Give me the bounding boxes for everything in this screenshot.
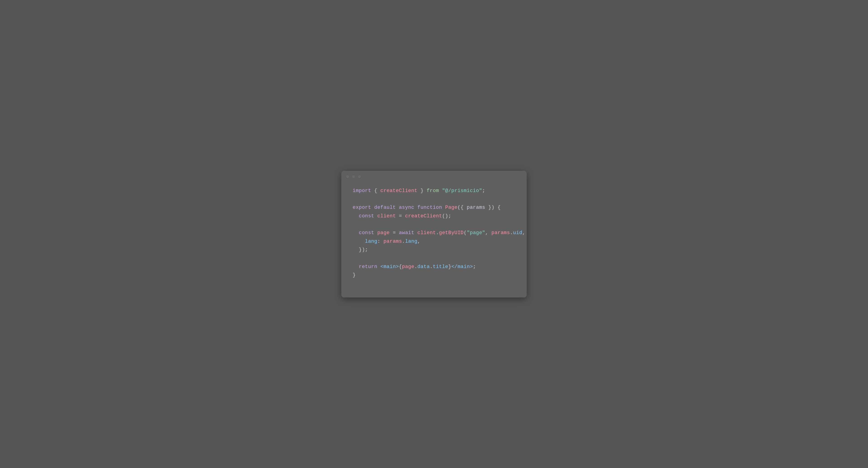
minimize-button[interactable] <box>352 175 355 178</box>
close-button[interactable] <box>346 175 349 178</box>
code-line-10: return <main>{page.data.title}</main>; <box>352 263 515 271</box>
code-line-11: } <box>352 271 515 280</box>
code-editor-window: import { createClient } from "@/prismici… <box>341 171 527 297</box>
code-line-6: const page = await client.getByUID("page… <box>352 229 515 237</box>
code-line-8: }); <box>352 246 515 254</box>
code-line-3: export default async function Page({ par… <box>352 203 515 212</box>
code-line-1: import { createClient } from "@/prismici… <box>352 186 515 195</box>
code-line-7: lang: params.lang, <box>352 237 515 246</box>
blank-line-5 <box>352 220 515 229</box>
code-line-4: const client = createClient(); <box>352 212 515 220</box>
code-block: import { createClient } from "@/prismici… <box>341 182 527 291</box>
maximize-button[interactable] <box>358 175 361 178</box>
titlebar <box>341 171 527 182</box>
blank-line-2 <box>352 195 515 203</box>
blank-line-9 <box>352 254 515 263</box>
